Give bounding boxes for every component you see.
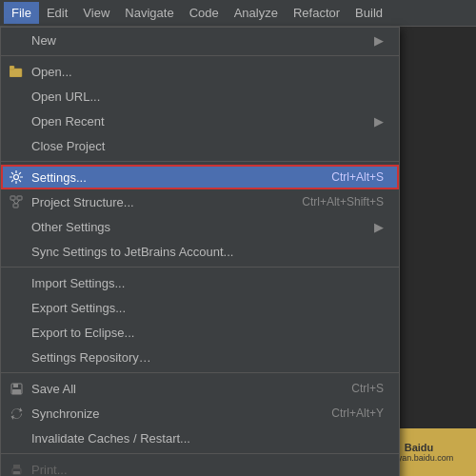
menu-item-openrecent[interactable]: Open Recent ▶ [1, 109, 399, 133]
menu-item-open[interactable]: Open... [1, 59, 399, 84]
open-icon [7, 66, 26, 77]
print-icon [7, 464, 26, 476]
menu-item-exporteclipse[interactable]: Export to Eclipse... [1, 320, 399, 345]
project-structure-icon [7, 195, 26, 208]
menu-edit[interactable]: Edit [39, 2, 75, 24]
menu-bar: File Edit View Navigate Code Analyze Ref… [0, 0, 476, 27]
svg-rect-5 [13, 204, 18, 208]
svg-rect-12 [13, 465, 20, 468]
sync-icon [7, 407, 26, 420]
menu-item-importsettings[interactable]: Import Settings... [1, 270, 399, 295]
menu-item-othersettings[interactable]: Other Settings ▶ [1, 214, 399, 239]
file-dropdown-menu: New ▶ Open... Open URL... Open Recent ▶ … [0, 27, 400, 476]
svg-rect-1 [10, 66, 14, 69]
menu-item-closeproject[interactable]: Close Project [1, 133, 399, 158]
menu-item-synchronize[interactable]: Synchronize Ctrl+Alt+Y [1, 401, 399, 426]
menu-item-settingsrepository[interactable]: Settings Repository… [1, 345, 399, 369]
svg-line-6 [13, 200, 16, 204]
menu-item-exportsettings[interactable]: Export Settings... [1, 295, 399, 320]
svg-rect-9 [13, 384, 18, 387]
watermark-logo: Baidu [405, 442, 434, 453]
menu-item-settings[interactable]: Settings... Ctrl+Alt+S [1, 165, 399, 189]
separator-1 [1, 55, 399, 56]
svg-line-7 [17, 200, 20, 204]
arrow-icon: ▶ [374, 220, 384, 234]
svg-rect-3 [10, 196, 15, 200]
svg-rect-10 [12, 389, 21, 394]
menu-item-openurl[interactable]: Open URL... [1, 84, 399, 109]
menu-navigate[interactable]: Navigate [117, 2, 181, 24]
menu-build[interactable]: Build [347, 2, 390, 24]
separator-2 [1, 161, 399, 162]
svg-rect-0 [10, 69, 22, 77]
menu-item-new[interactable]: New ▶ [1, 28, 399, 52]
svg-rect-13 [13, 471, 20, 474]
menu-file[interactable]: File [4, 2, 39, 24]
menu-item-projectstructure[interactable]: Project Structure... Ctrl+Alt+Shift+S [1, 189, 399, 214]
menu-refactor[interactable]: Refactor [286, 2, 347, 24]
separator-3 [1, 267, 399, 268]
menu-item-syncsettings[interactable]: Sync Settings to JetBrains Account... [1, 239, 399, 264]
svg-point-2 [14, 175, 19, 180]
menu-analyze[interactable]: Analyze [227, 2, 286, 24]
menu-view[interactable]: View [75, 2, 117, 24]
settings-icon [7, 170, 26, 184]
separator-5 [1, 453, 399, 454]
arrow-icon: ▶ [374, 33, 384, 48]
menu-item-print[interactable]: Print... [1, 457, 399, 476]
separator-4 [1, 372, 399, 373]
arrow-icon: ▶ [374, 114, 384, 129]
menu-code[interactable]: Code [182, 2, 227, 24]
svg-rect-4 [17, 196, 22, 200]
save-icon [7, 383, 26, 395]
menu-item-invalidatecaches[interactable]: Invalidate Caches / Restart... [1, 426, 399, 450]
menu-item-saveall[interactable]: Save All Ctrl+S [1, 376, 399, 401]
